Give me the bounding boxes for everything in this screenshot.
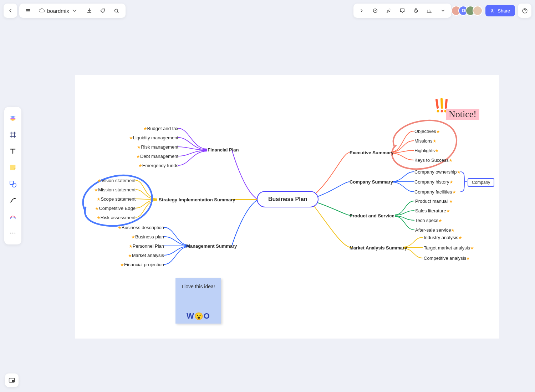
cloud-icon <box>39 7 45 14</box>
notice-label[interactable]: Notice! <box>446 109 479 120</box>
branch-title[interactable]: Executive Summary <box>350 150 394 155</box>
leaf-node[interactable]: ★Business description <box>118 225 164 230</box>
leaf-node[interactable]: Sales literature★ <box>415 208 450 213</box>
minimap-icon <box>8 377 15 384</box>
template-tool[interactable] <box>6 110 20 126</box>
leaf-node[interactable]: ★Mission statement <box>94 187 136 192</box>
leaf-node[interactable]: ★Personnel Plan <box>129 243 164 249</box>
text-tool[interactable] <box>6 143 20 159</box>
help-icon <box>522 8 528 14</box>
canvas[interactable]: Business Plan Financial Plan Strategy Im… <box>75 75 499 339</box>
leaf-node[interactable]: ★Liquidity management <box>129 135 178 140</box>
leaf-node[interactable]: After-sale service★ <box>415 227 455 233</box>
search-icon <box>113 8 119 14</box>
frame-tool[interactable] <box>6 127 20 143</box>
star-icon: ★ <box>452 190 456 195</box>
leaf-node[interactable]: ★Emergency funds <box>138 163 178 168</box>
comment-button[interactable] <box>396 4 409 17</box>
leaf-node[interactable]: Target market analysis★ <box>424 245 474 251</box>
document-title: boardmix <box>47 8 69 14</box>
center-node[interactable]: Business Plan <box>257 191 319 207</box>
leaf-node[interactable]: ★Business plan <box>131 234 164 239</box>
leaf-node[interactable]: Competitive analysis★ <box>424 256 470 261</box>
leaf-node[interactable]: ★Debt management <box>136 154 178 159</box>
download-icon <box>86 8 92 14</box>
star-icon: ★ <box>446 208 450 213</box>
leaf-node[interactable]: ★Scope statement <box>97 196 136 202</box>
chart-button[interactable] <box>423 4 436 17</box>
top-left-toolbar: boardmix <box>4 4 126 18</box>
collaborator-avatars[interactable]: O <box>454 6 483 16</box>
star-icon: ★ <box>129 244 133 249</box>
leaf-node[interactable]: Highlights★ <box>414 148 439 153</box>
leaf-node[interactable]: ★Vision statement <box>97 178 136 183</box>
more-actions-button[interactable] <box>436 4 450 17</box>
share-button[interactable]: Share <box>485 5 515 16</box>
branch-title[interactable]: Company Summary <box>350 179 393 185</box>
connector-tool[interactable] <box>6 192 20 208</box>
dots-icon <box>9 229 16 237</box>
leaf-node[interactable]: ★Risk management <box>137 144 178 150</box>
leaf-node[interactable]: ★Competitive Edge <box>95 206 136 211</box>
leaf-node[interactable]: Company history★ <box>414 179 453 185</box>
present-button[interactable] <box>368 4 382 17</box>
branch-title[interactable]: Market Analysis Summary <box>350 245 407 251</box>
leaf-node[interactable]: ★Financial projection <box>120 262 164 267</box>
sticky-tool[interactable] <box>6 160 20 175</box>
download-button[interactable] <box>83 4 96 17</box>
sticky-note[interactable]: I love this idea! W 😮 O <box>175 278 221 324</box>
branch-title[interactable]: Product and Service <box>350 213 394 218</box>
leaf-node[interactable]: Objectives★ <box>414 129 440 134</box>
expand-button[interactable] <box>355 4 368 17</box>
tag-button[interactable] <box>96 4 110 17</box>
leaf-node[interactable]: Product manual ★ <box>415 198 453 204</box>
leaf-node[interactable]: ★Market analysis <box>128 253 164 258</box>
celebrate-button[interactable] <box>382 4 396 17</box>
star-icon: ★ <box>128 253 132 258</box>
branch-title[interactable]: Financial Plan <box>208 147 239 153</box>
branch-title[interactable]: Management Summary <box>186 243 237 249</box>
timer-button[interactable] <box>409 4 423 17</box>
menu-button[interactable] <box>21 4 35 17</box>
branch-title[interactable]: Strategy Implementation Summary <box>159 197 235 202</box>
star-icon: ★ <box>433 139 437 144</box>
leaf-node[interactable]: ★Budget and tax <box>143 126 178 131</box>
company-tag[interactable]: Company <box>468 178 494 187</box>
pen-tool[interactable] <box>6 209 20 225</box>
sticky-text: I love this idea! <box>182 284 215 289</box>
svg-point-6 <box>524 12 525 12</box>
comment-icon <box>399 8 405 14</box>
star-icon: ★ <box>97 215 101 220</box>
star-icon: ★ <box>137 145 141 150</box>
more-tools[interactable] <box>6 225 20 241</box>
leaf-node[interactable]: Tech specs★ <box>415 218 442 223</box>
help-button[interactable] <box>518 4 531 17</box>
svg-rect-13 <box>12 380 14 382</box>
leaf-node[interactable]: Company facilities★ <box>414 189 456 195</box>
star-icon: ★ <box>435 148 439 153</box>
avatar[interactable] <box>473 6 483 16</box>
leaf-node[interactable]: Industry analysis★ <box>424 235 462 240</box>
star-icon: ★ <box>438 218 442 223</box>
star-icon: ★ <box>95 206 99 211</box>
search-button[interactable] <box>110 4 123 17</box>
leaf-node[interactable]: Company ownership★ <box>414 169 461 175</box>
template-icon <box>9 114 17 123</box>
star-icon: ★ <box>97 197 101 202</box>
doc-pill: boardmix <box>19 4 126 18</box>
connector-icon <box>9 196 17 204</box>
svg-point-10 <box>12 233 14 234</box>
leaf-node[interactable]: Missions★ <box>414 138 437 144</box>
star-icon: ★ <box>466 256 470 261</box>
leaf-node[interactable]: ★Risk assessment <box>97 215 136 220</box>
minimap-button[interactable] <box>5 373 19 387</box>
leaf-node[interactable]: Keys to Success★ <box>414 158 453 163</box>
document-title-button[interactable]: boardmix <box>35 7 83 14</box>
center-node-label: Business Plan <box>268 196 307 202</box>
shape-tool[interactable] <box>6 176 20 192</box>
star-icon: ★ <box>138 163 142 168</box>
star-icon: ★ <box>136 154 140 159</box>
back-button[interactable] <box>4 4 17 17</box>
star-icon: ★ <box>143 126 147 131</box>
star-icon: ★ <box>449 199 453 204</box>
